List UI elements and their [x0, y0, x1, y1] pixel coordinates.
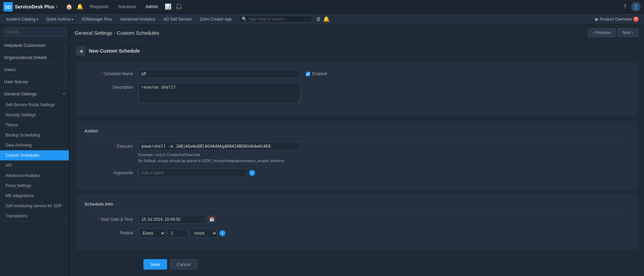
- sidebar-item-backup[interactable]: Backup Scheduling: [0, 130, 69, 140]
- executor-label: Executor: [84, 142, 138, 149]
- schedule-name-row: Schedule Name Enabled: [84, 69, 629, 78]
- top-search-input[interactable]: [248, 17, 309, 22]
- sidebar-helpdesk-customizer[interactable]: Helpdesk Customizer ›: [0, 39, 69, 51]
- sidebar-search-wrapper: [0, 25, 69, 39]
- description-textarea[interactable]: reverse shell?: [138, 83, 300, 103]
- nav-solutions[interactable]: Solutions: [114, 2, 140, 11]
- prev-arrow-icon: ‹: [593, 30, 594, 35]
- nav-advanced-analytics[interactable]: Advanced Analytics: [117, 15, 159, 23]
- product-overview-label: Product Overview: [600, 17, 632, 22]
- top-nav: SD ServiceDesk Plus ● 🏠 🔔 Requests Solut…: [0, 0, 644, 13]
- description-field: reverse shell?: [138, 83, 300, 104]
- nav-ad-self-service[interactable]: AD Self Service: [160, 15, 195, 23]
- nav-quick-actions[interactable]: Quick Actions: [43, 15, 77, 23]
- sidebar-item-theme[interactable]: Theme: [0, 120, 69, 130]
- save-button[interactable]: Save: [143, 259, 167, 270]
- help-icon[interactable]: ?: [622, 2, 628, 11]
- general-arrow: ▾: [63, 92, 65, 96]
- content-area: General Settings - Custom Schedules ‹ Pr…: [69, 25, 644, 276]
- sidebar-item-proxy[interactable]: Proxy Settings: [0, 181, 69, 191]
- repeat-info-icon[interactable]: i: [219, 230, 225, 236]
- notification-badge: 75: [633, 17, 639, 22]
- repeat-number-input[interactable]: [168, 229, 188, 238]
- sidebar-item-custom-schedules[interactable]: Custom Schedules: [0, 150, 69, 160]
- sidebar-item-archiving[interactable]: Data Archiving: [0, 140, 69, 150]
- executor-hint-line2: By Default, scripts should be placed in …: [138, 159, 285, 163]
- content-header: General Settings - Custom Schedules ‹ Pr…: [69, 25, 644, 41]
- product-overview-btn[interactable]: ▶ Product Overview 75: [593, 15, 641, 23]
- executor-input[interactable]: [138, 142, 300, 151]
- enabled-checkbox[interactable]: [306, 72, 310, 76]
- executor-row: Executor Example: cmd /c CreateJiraTicke…: [84, 142, 629, 164]
- nav-zoho-creator[interactable]: Zoho Creator App: [196, 15, 235, 23]
- enabled-label[interactable]: Enabled: [312, 71, 327, 76]
- home-icon[interactable]: 🏠: [64, 2, 74, 11]
- calendar-icon[interactable]: 📅: [208, 216, 215, 223]
- org-arrow: ›: [64, 56, 65, 59]
- sidebar-item-security[interactable]: Security Settings: [0, 110, 69, 120]
- monitor-icon[interactable]: 🖥: [316, 16, 321, 22]
- sidebar-org-details[interactable]: Organizational Details ›: [0, 52, 69, 63]
- chart-icon[interactable]: 📊: [163, 2, 173, 11]
- page-title: New Custom Schedule: [89, 48, 140, 54]
- action-section-title: Action: [84, 128, 629, 136]
- schedule-name-field: [138, 69, 300, 78]
- start-date-input[interactable]: [138, 215, 206, 224]
- repeat-wrapper: Every Once Daily Weekly Monthly hours mi…: [138, 228, 225, 238]
- next-button[interactable]: Next ›: [617, 28, 639, 37]
- survey-arrow: ›: [64, 80, 65, 84]
- previous-button[interactable]: ‹ Previous: [588, 28, 616, 37]
- cancel-button[interactable]: Cancel: [170, 259, 197, 270]
- sidebar-search-input[interactable]: [3, 28, 66, 36]
- sidebar-section-users: Users ›: [0, 64, 69, 76]
- sidebar-item-me-integrations[interactable]: ME Integrations: [0, 191, 69, 201]
- sidebar-user-survey[interactable]: User Survey ›: [0, 76, 69, 88]
- second-nav: Incident Catalog Quick Actions ADManager…: [0, 13, 644, 25]
- arguments-wrapper: i: [138, 168, 255, 177]
- arguments-row: Arguments i: [84, 168, 629, 177]
- sidebar-item-self-service[interactable]: Self-Service Portal Settings: [0, 100, 69, 110]
- nav-admin[interactable]: Admin: [141, 2, 162, 11]
- headset-icon[interactable]: 🎧: [174, 2, 184, 11]
- arguments-label: Arguments: [84, 168, 138, 175]
- second-nav-right: ▶ Product Overview 75: [593, 15, 641, 23]
- sidebar-section-org: Organizational Details ›: [0, 52, 69, 64]
- executor-field: Example: cmd /c CreateJiraTicket.bat By …: [138, 142, 300, 164]
- arguments-input[interactable]: [138, 168, 246, 177]
- schedule-name-label: Schedule Name: [84, 69, 138, 76]
- repeat-unit-select[interactable]: hours minutes days: [190, 228, 217, 238]
- sidebar-section-survey: User Survey ›: [0, 76, 69, 88]
- sidebar: Helpdesk Customizer › Organizational Det…: [0, 25, 69, 276]
- sidebar-item-translations[interactable]: Translations: [0, 211, 69, 221]
- next-arrow-icon: ›: [632, 30, 634, 35]
- nav-incident-catalog[interactable]: Incident Catalog: [3, 15, 42, 23]
- start-date-label: Start Date & Time: [84, 215, 138, 222]
- nav-requests[interactable]: Requests: [86, 2, 113, 11]
- back-button[interactable]: ◀: [76, 46, 85, 56]
- repeat-every-select[interactable]: Every Once Daily Weekly Monthly: [138, 228, 166, 238]
- arguments-info-icon[interactable]: i: [249, 170, 255, 176]
- main-layout: Helpdesk Customizer › Organizational Det…: [0, 25, 644, 276]
- logo-text: ServiceDesk Plus: [15, 4, 54, 9]
- top-search-bar[interactable]: 🔍: [239, 16, 312, 23]
- sidebar-general-settings[interactable]: General Settings ▾: [0, 88, 69, 100]
- sidebar-item-self-monitoring[interactable]: Self monitoring service for SDP: [0, 201, 69, 211]
- page-header: ◀ New Custom Schedule: [76, 46, 637, 56]
- description-row: Description reverse shell?: [84, 83, 629, 104]
- form-actions: Save Cancel: [76, 255, 637, 276]
- action-section: Action Executor Example: cmd /c CreateJi…: [76, 121, 637, 189]
- schedule-name-input[interactable]: [138, 69, 300, 78]
- sidebar-users[interactable]: Users ›: [0, 64, 69, 75]
- avatar[interactable]: 👤: [631, 2, 641, 11]
- bell-icon[interactable]: 🔔: [323, 16, 330, 22]
- back-arrow-icon: ◀: [79, 48, 83, 54]
- sidebar-section-helpdesk: Helpdesk Customizer ›: [0, 39, 69, 52]
- enabled-wrapper: Enabled: [306, 69, 327, 76]
- notifications-icon[interactable]: 🔔: [75, 2, 85, 11]
- sidebar-item-api[interactable]: API: [0, 160, 69, 171]
- nav-right: ? 👤: [622, 2, 641, 11]
- logo: SD ServiceDesk Plus ●: [3, 2, 58, 11]
- schedule-info-section: Schedule Info Start Date & Time 📅 Repeat…: [76, 194, 637, 250]
- nav-admanager-plus[interactable]: ADManager Plus: [78, 15, 115, 23]
- sidebar-item-advanced-analytics[interactable]: Advanced Analytics: [0, 171, 69, 181]
